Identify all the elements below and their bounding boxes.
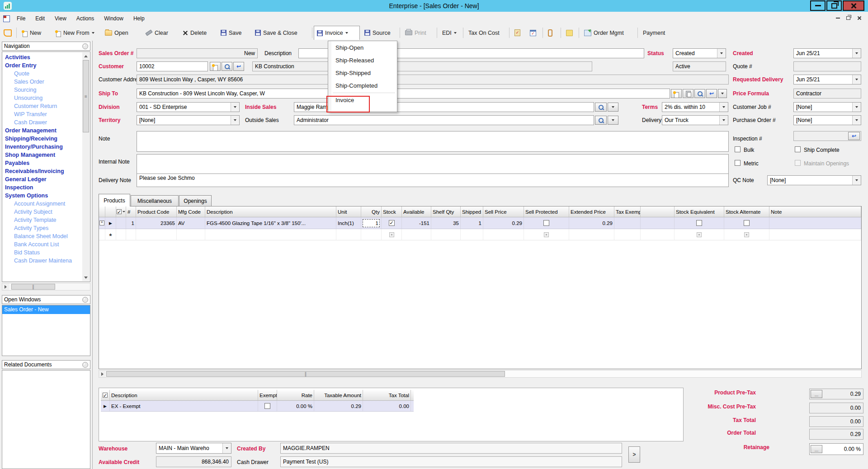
menu-item-ship-released[interactable]: Ship-Released [328, 54, 397, 66]
stock-checkbox[interactable]: ✓ [389, 220, 395, 226]
select-all-header[interactable]: ✓ [101, 390, 110, 400]
chevron-down-icon[interactable] [717, 49, 726, 58]
minimize-button[interactable] [810, 0, 826, 11]
col-taxable-amount[interactable]: Taxable Amount [314, 390, 363, 400]
ship-to-field[interactable]: KB Construction - 809 West Lincoln Way, … [137, 89, 670, 98]
inside-sales-dropdown-button[interactable] [608, 103, 618, 112]
sidebar-item-inspection[interactable]: Inspection [2, 183, 83, 192]
col-stock-equivalent[interactable]: Stock Equivalent [675, 206, 724, 217]
terms-select[interactable]: 2% dis. within 10 [662, 102, 728, 112]
save-button[interactable]: Save [218, 26, 245, 40]
sell-protected-checkbox[interactable] [543, 220, 549, 226]
purchase-order-select[interactable]: [None] [793, 115, 861, 125]
qty-input[interactable]: 1 [363, 219, 380, 227]
chevron-down-icon[interactable] [231, 103, 239, 112]
stock-alternate-checkbox[interactable] [744, 220, 750, 226]
qc-note-select[interactable]: [None] [767, 175, 861, 185]
sidebar-item-wip-transfer[interactable]: WIP Transfer [2, 110, 83, 118]
sidebar-item-shop-management[interactable]: Shop Management [2, 151, 83, 159]
sidebar-item-unsourcing[interactable]: Unsourcing [2, 94, 83, 102]
nav-horizontal-scrollbar[interactable]: ║ [2, 283, 90, 291]
col-shelf-qty[interactable]: Shelf Qty [431, 206, 461, 217]
menu-help[interactable]: Help [128, 14, 150, 23]
division-select[interactable]: 001 - SD Enterprise [137, 102, 240, 112]
scrollbar-thumb[interactable]: ║ [11, 284, 55, 290]
cell-description[interactable]: FGS-4500 Glazing Tape 1/16" x 3/8" 150'.… [205, 217, 336, 229]
outside-sales-dropdown-button[interactable] [608, 116, 618, 125]
retainage-detail-button[interactable]: ... [811, 445, 822, 453]
product-row[interactable]: + ▶ 1 23365 AV FGS-4500 Glazing Tape 1/1… [99, 217, 861, 229]
created-date-select[interactable]: Jun 25/21 [793, 48, 861, 58]
bulk-checkbox[interactable] [735, 146, 741, 152]
scroll-up-arrow[interactable] [82, 52, 90, 60]
product-pretax-detail-button[interactable]: ... [811, 390, 822, 398]
cell-note[interactable] [769, 217, 861, 229]
customer-new-button[interactable] [210, 62, 221, 71]
col-tax-exempt[interactable]: Tax Exempt [614, 206, 641, 217]
menu-view[interactable]: View [50, 14, 71, 23]
retainage-field[interactable]: ...0.00 % [809, 443, 863, 455]
sidebar-item-inventory-purchasing[interactable]: Inventory/Purchasing [2, 143, 83, 151]
col-tax-description[interactable]: Description [110, 390, 258, 400]
sidebar-item-quote[interactable]: Quote [2, 70, 83, 78]
metric-checkbox[interactable] [735, 160, 741, 166]
sidebar-item-customer-return[interactable]: Customer Return [2, 102, 83, 110]
mdi-minimize-button[interactable] [834, 14, 841, 22]
restore-button[interactable] [826, 0, 842, 11]
payment-button[interactable]: Payment [640, 26, 668, 40]
menu-file[interactable]: File [12, 14, 30, 23]
col-note[interactable]: Note [769, 206, 861, 217]
col-description[interactable]: Description [205, 206, 336, 217]
print-button[interactable]: Print [402, 26, 429, 40]
chevron-down-icon[interactable] [231, 116, 239, 125]
col-unit[interactable]: Unit [336, 206, 361, 217]
menu-actions[interactable]: Actions [71, 14, 99, 23]
sidebar-item-order-entry[interactable]: Order Entry [2, 61, 83, 70]
chevron-down-icon[interactable] [719, 116, 728, 125]
tab-miscellaneous[interactable]: Miscellaneous [131, 195, 179, 206]
scroll-right-arrow[interactable] [99, 371, 106, 377]
ship-to-copy-button[interactable] [683, 89, 693, 98]
chevron-down-icon[interactable] [852, 176, 861, 185]
chevron-down-icon[interactable] [852, 49, 861, 58]
expand-icon[interactable]: + [99, 220, 104, 225]
chevron-down-icon[interactable] [222, 443, 231, 453]
sidebar-item-account-assignment[interactable]: Account Assignment [2, 200, 83, 208]
chevron-down-icon[interactable] [852, 116, 861, 125]
attachment-button[interactable] [545, 26, 555, 40]
col-mfg-code[interactable]: Mfg Code [177, 206, 205, 217]
scroll-down-arrow[interactable] [82, 274, 90, 281]
menu-item-ship-completed[interactable]: Ship-Completed [328, 79, 397, 92]
col-qty[interactable]: Qty [361, 206, 382, 217]
sidebar-item-bank-account-list[interactable]: Bank Account List [2, 240, 83, 249]
mdi-restore-button[interactable] [844, 14, 852, 22]
sidebar-item-receivables-invoicing[interactable]: Receivables/Invoicing [2, 167, 83, 175]
tab-openings[interactable]: Openings [179, 195, 212, 206]
task-check-button[interactable]: ✓ [512, 26, 523, 40]
col-rate[interactable]: Rate [277, 390, 314, 400]
edi-button[interactable]: EDI [439, 26, 459, 40]
inspection-goto-button[interactable]: ↩ [848, 132, 860, 140]
cell-mfg-code[interactable]: AV [177, 217, 205, 229]
pin-icon[interactable] [82, 43, 88, 49]
cell-tax-exempt[interactable] [614, 217, 641, 229]
scrollbar-thumb[interactable]: ║ [106, 371, 505, 377]
invoice-button[interactable]: Invoice [314, 26, 360, 40]
source-button[interactable]: Source [362, 26, 393, 40]
schedule-check-button[interactable]: ✓ [527, 26, 539, 40]
cell-unit[interactable]: Inch(1) [336, 217, 361, 229]
col-num[interactable]: # [126, 206, 136, 217]
col-sell-price[interactable]: Sell Price [483, 206, 524, 217]
col-stock[interactable]: Stock [382, 206, 402, 217]
new-button[interactable]: New [20, 26, 44, 40]
open-button[interactable]: Open [102, 26, 131, 40]
tax-row[interactable]: ▶ EX - Exempt 0.00 % 0.29 0.00 [101, 401, 414, 412]
delivery-select[interactable]: Our Truck [662, 115, 728, 125]
ship-to-search-button[interactable] [694, 89, 705, 98]
menu-edit[interactable]: Edit [30, 14, 50, 23]
sidebar-item-cash-drawer[interactable]: Cash Drawer [2, 118, 83, 127]
delivery-note-field[interactable]: Please see Joe Schmo [137, 174, 729, 187]
sidebar-item-order-management[interactable]: Order Management [2, 127, 83, 135]
cell-sell-price[interactable]: 0.29 [483, 217, 524, 229]
sidebar-item-general-ledger[interactable]: General Ledger [2, 175, 83, 183]
